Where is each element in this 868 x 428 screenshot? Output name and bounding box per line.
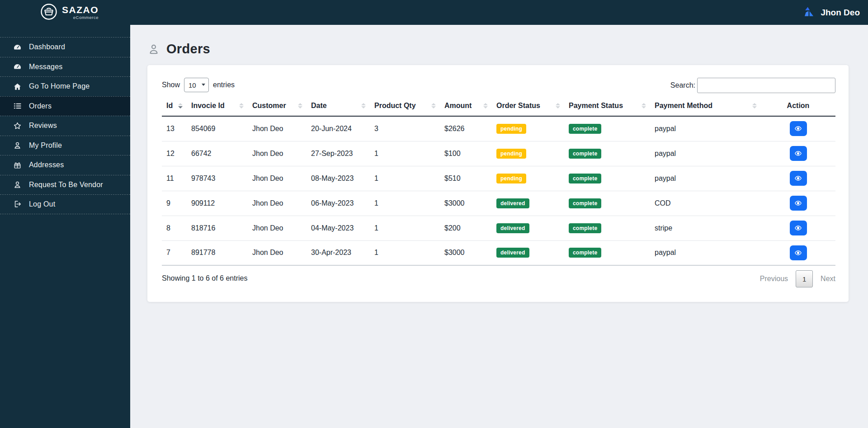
- cell-id: 11: [162, 166, 187, 191]
- view-order-button[interactable]: [790, 171, 807, 186]
- cell-amount: $510: [440, 166, 492, 191]
- cell-payment-status: complete: [564, 141, 650, 166]
- user-menu[interactable]: Jhon Deo: [803, 0, 860, 25]
- cell-qty: 1: [370, 166, 440, 191]
- basket-logo-icon: [40, 3, 58, 23]
- cell-payment-status: complete: [564, 216, 650, 240]
- col-header-order-status[interactable]: Order Status: [492, 96, 564, 116]
- table-footer: Showing 1 to 6 of 6 entries Previous 1 N…: [162, 270, 835, 288]
- col-header-customer[interactable]: Customer: [248, 96, 307, 116]
- cell-amount: $100: [440, 141, 492, 166]
- cell-id: 7: [162, 240, 187, 265]
- orders-table-wrap: Id Invocie Id Customer Date Product Qty …: [162, 96, 835, 266]
- cell-id: 12: [162, 141, 187, 166]
- sort-icon: [642, 103, 646, 108]
- sidebar-item-log-out[interactable]: Log Out: [0, 194, 130, 214]
- col-header-payment-status[interactable]: Payment Status: [564, 96, 650, 116]
- sidebar-item-messages[interactable]: Messages: [0, 57, 130, 77]
- sidebar-item-label: Go To Home Page: [29, 82, 90, 90]
- col-header-label: Action: [787, 102, 810, 109]
- orders-table: Id Invocie Id Customer Date Product Qty …: [162, 96, 835, 266]
- payment-status-badge: complete: [569, 248, 601, 258]
- user-name: Jhon Deo: [821, 8, 860, 18]
- col-header-id[interactable]: Id: [162, 96, 187, 116]
- cell-invoice-id: 978743: [187, 166, 248, 191]
- view-order-button[interactable]: [790, 121, 807, 136]
- person-icon: [147, 43, 160, 56]
- cell-payment-method: paypal: [650, 116, 761, 141]
- page-header: Orders: [147, 42, 210, 56]
- sidebar-item-go-to-home-page[interactable]: Go To Home Page: [0, 76, 130, 96]
- view-order-button[interactable]: [790, 196, 807, 211]
- cell-amount: $2626: [440, 116, 492, 141]
- sidebar-item-label: Addresses: [29, 161, 64, 169]
- table-row: 12 66742 Jhon Deo 27-Sep-2023 1 $100 pen…: [162, 141, 835, 166]
- col-header-label: Amount: [444, 102, 472, 109]
- sidebar-item-reviews[interactable]: Reviews: [0, 116, 130, 136]
- cell-customer: Jhon Deo: [248, 116, 307, 141]
- cell-date: 06-May-2023: [307, 191, 370, 216]
- sort-icon: [178, 103, 183, 108]
- cell-customer: Jhon Deo: [248, 141, 307, 166]
- view-order-button[interactable]: [790, 245, 807, 260]
- sidebar-item-label: Orders: [29, 102, 52, 110]
- list-icon: [13, 102, 22, 110]
- col-header-label: Product Qty: [374, 102, 416, 109]
- col-header-date[interactable]: Date: [307, 96, 370, 116]
- pagination: Previous 1 Next: [760, 270, 835, 288]
- sidebar-item-label: Log Out: [29, 200, 55, 208]
- cell-invoice-id: 909112: [187, 191, 248, 216]
- cell-order-status: delivered: [492, 240, 564, 265]
- page-length-control: Show 10 entries: [162, 78, 235, 92]
- cell-order-status: delivered: [492, 216, 564, 240]
- cell-payment-status: complete: [564, 240, 650, 265]
- cell-amount: $3000: [440, 240, 492, 265]
- order-status-badge: pending: [496, 124, 526, 134]
- col-header-payment-method[interactable]: Payment Method: [650, 96, 761, 116]
- page-number-button[interactable]: 1: [796, 270, 813, 287]
- col-header-product-qty[interactable]: Product Qty: [370, 96, 440, 116]
- brand-tagline: eCommerce: [62, 15, 99, 20]
- cell-action: [761, 116, 835, 141]
- cell-id: 8: [162, 216, 187, 240]
- payment-status-badge: complete: [569, 124, 601, 134]
- sidebar-item-orders[interactable]: Orders: [0, 96, 130, 116]
- table-row: 11 978743 Jhon Deo 08-May-2023 1 $510 pe…: [162, 166, 835, 191]
- view-order-button[interactable]: [790, 221, 807, 235]
- brand-name: SAZAO: [62, 5, 99, 14]
- payment-status-badge: complete: [569, 223, 601, 233]
- view-order-button[interactable]: [790, 146, 807, 161]
- sidebar-menu: Dashboard Messages Go To Home Page Order…: [0, 37, 130, 214]
- sidebar-item-label: Dashboard: [29, 43, 65, 51]
- next-page-button[interactable]: Next: [821, 275, 835, 283]
- cell-amount: $3000: [440, 191, 492, 216]
- col-header-amount[interactable]: Amount: [440, 96, 492, 116]
- cell-amount: $200: [440, 216, 492, 240]
- sidebar-item-label: Request To Be Vendor: [29, 181, 103, 189]
- sidebar-item-dashboard[interactable]: Dashboard: [0, 37, 130, 57]
- cell-invoice-id: 854069: [187, 116, 248, 141]
- entries-select-wrap: 10: [184, 78, 209, 92]
- entries-select[interactable]: 10: [184, 78, 209, 92]
- sort-icon: [298, 103, 302, 108]
- search-input[interactable]: [697, 78, 835, 93]
- order-status-badge: delivered: [496, 248, 529, 258]
- table-row: 13 854069 Jhon Deo 20-Jun-2024 3 $2626 p…: [162, 116, 835, 141]
- payment-status-badge: complete: [569, 149, 601, 159]
- col-header-label: Customer: [252, 102, 286, 109]
- cell-payment-status: complete: [564, 116, 650, 141]
- cell-date: 04-May-2023: [307, 216, 370, 240]
- entries-info: Showing 1 to 6 of 6 entries: [162, 274, 247, 282]
- cell-customer: Jhon Deo: [248, 166, 307, 191]
- cell-qty: 1: [370, 240, 440, 265]
- sidebar-item-label: My Profile: [29, 141, 62, 150]
- col-header-label: Order Status: [496, 102, 540, 109]
- cell-payment-method: stripe: [650, 216, 761, 240]
- previous-page-button[interactable]: Previous: [760, 275, 788, 283]
- sidebar-item-addresses[interactable]: Addresses: [0, 155, 130, 175]
- sidebar-item-request-to-be-vendor[interactable]: Request To Be Vendor: [0, 175, 130, 195]
- brand-logo[interactable]: SAZAO eCommerce: [40, 3, 99, 23]
- col-header-invoice-id[interactable]: Invocie Id: [187, 96, 248, 116]
- sidebar-item-label: Reviews: [29, 122, 57, 130]
- sidebar-item-my-profile[interactable]: My Profile: [0, 136, 130, 155]
